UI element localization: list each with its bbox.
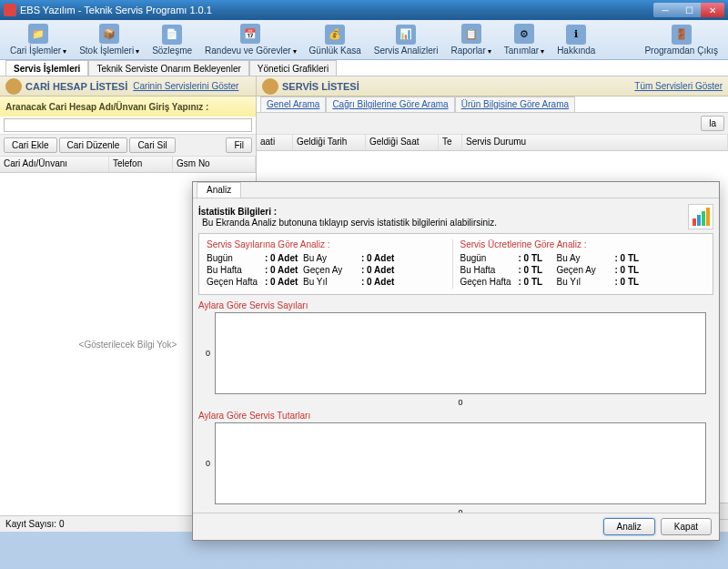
users-icon <box>5 78 22 95</box>
chart1-area <box>215 312 706 394</box>
chart2-y-axis: 0 <box>206 459 210 468</box>
subtab-cagri-bilgileri[interactable]: Cağrı Bilgilerine Göre Arama <box>326 97 454 112</box>
window-title: EBS Yazılım - Teknik Servis Programı 1.0… <box>20 5 212 15</box>
cari-edit-button[interactable]: Cari Düzenle <box>59 137 128 153</box>
chevron-down-icon: ▾ <box>63 47 66 56</box>
window-close-button[interactable]: ✕ <box>701 3 724 17</box>
content-area: CARİ HESAP LİSTESİ Carinin Servislerini … <box>0 76 728 532</box>
close-button[interactable]: Kapat <box>661 518 712 535</box>
app-icon <box>4 4 16 16</box>
chart2-area <box>215 422 706 504</box>
window-titlebar: EBS Yazılım - Teknik Servis Programı 1.0… <box>0 0 728 20</box>
col-aati[interactable]: aati <box>257 135 293 150</box>
show-all-services-link[interactable]: Tüm Servisleri Göster <box>634 81 723 91</box>
analyze-button[interactable]: Analiz <box>603 518 655 535</box>
col-gsm[interactable]: Gsm No <box>173 157 256 172</box>
modal-tab-analiz[interactable]: Analiz <box>197 182 241 198</box>
col-telefon[interactable]: Telefon <box>109 157 173 172</box>
calendar-icon: 📅 <box>240 24 260 44</box>
info-text: Bu Ekranda Analiz butonuna tıklayıp serv… <box>202 218 497 228</box>
servis-grid-header: aati Geldiği Tarih Geldiği Saat Te Servi… <box>257 135 728 151</box>
folder-icon: 📁 <box>28 24 48 44</box>
window-maximize-button[interactable]: ☐ <box>677 3 701 17</box>
chevron-down-icon: ▾ <box>293 47 297 56</box>
info-icon: ℹ <box>566 25 586 45</box>
analiz-modal: Analiz İstatistik Bilgileri : Bu Ekranda… <box>192 181 720 541</box>
chart1-x-axis: 0 <box>215 398 706 407</box>
col-geldigi-tarih[interactable]: Geldiği Tarih <box>293 135 366 150</box>
users-icon <box>262 78 278 95</box>
cash-icon: 💰 <box>325 25 345 45</box>
cari-search-input[interactable] <box>4 118 252 132</box>
cari-add-button[interactable]: Cari Ekle <box>4 137 57 153</box>
chart1-y-axis: 0 <box>206 349 210 358</box>
chart-icon: 📊 <box>396 25 416 45</box>
right-panel-title: SERVİS LİSTESİ <box>282 81 359 92</box>
ribbon-stok-islemleri[interactable]: 📦 Stok İşlemleri▾ <box>73 21 146 58</box>
search-label-bar: Aranacak Cari Hesap Adı/Ünvanı Giriş Yap… <box>0 97 256 117</box>
chevron-down-icon: ▾ <box>136 47 139 56</box>
cari-grid-header: Cari Adı/Ünvanı Telefon Gsm No <box>0 157 256 173</box>
ribbon-hakkinda[interactable]: ℹ Hakkında <box>551 22 602 58</box>
stats-chart-icon <box>688 204 713 229</box>
ribbon-cari-islemler[interactable]: 📁 Cari İşlemler▾ <box>4 21 73 58</box>
col-geldigi-saat[interactable]: Geldiği Saat <box>366 135 439 150</box>
document-icon: 📄 <box>162 25 182 45</box>
tab-teknik-serviste[interactable]: Teknik Serviste Onarım Bekleyenler <box>88 60 248 76</box>
tab-yonetici-grafikleri[interactable]: Yönetici Grafikleri <box>249 60 337 76</box>
ribbon-randevu[interactable]: 📅 Randevu ve Görevler▾ <box>198 21 303 58</box>
show-cari-services-link[interactable]: Carinin Servislerini Göster <box>133 81 238 91</box>
ribbon-tanimlar[interactable]: ⚙ Tanımlar▾ <box>498 21 551 58</box>
col-servis-durumu[interactable]: Servis Durumu <box>462 135 728 150</box>
subtab-genel-arama[interactable]: Genel Arama <box>260 97 326 112</box>
left-panel-title: CARİ HESAP LİSTESİ <box>25 81 127 92</box>
cari-filter-button[interactable]: Fil <box>226 137 252 153</box>
main-tabs: Servis İşlemleri Teknik Serviste Onarım … <box>0 60 728 76</box>
box-icon: 📦 <box>99 24 119 44</box>
chart1-title: Aylara Göre Servis Sayıları <box>198 300 713 310</box>
tab-servis-islemleri[interactable]: Servis İşlemleri <box>5 60 88 76</box>
ribbon-toolbar: 📁 Cari İşlemler▾ 📦 Stok İşlemleri▾ 📄 Söz… <box>0 20 728 60</box>
chart2-title: Aylara Göre Servis Tutarları <box>198 411 713 421</box>
stats-box: Servis Sayılarına Göre Analiz : Bugün: 0… <box>198 233 713 295</box>
ribbon-sozlesme[interactable]: 📄 Sözleşme <box>146 22 198 58</box>
subtab-urun-bilgisi[interactable]: Ürün Bilgisine Göre Arama <box>455 97 575 112</box>
report-icon: 📋 <box>461 24 481 44</box>
info-label: İstatistik Bilgileri : <box>198 207 277 217</box>
no-data-label: <Gösterilecek Bilgi Yok> <box>79 340 177 350</box>
exit-icon: 🚪 <box>672 25 692 45</box>
counts-title: Servis Sayılarına Göre Analiz : <box>207 239 452 249</box>
ribbon-gunluk-kasa[interactable]: 💰 Günlük Kasa <box>303 22 368 58</box>
cari-delete-button[interactable]: Cari Sil <box>129 137 175 153</box>
ribbon-raporlar[interactable]: 📋 Raporlar▾ <box>444 21 497 58</box>
ribbon-servis-analizleri[interactable]: 📊 Servis Analizleri <box>368 22 445 58</box>
fees-title: Servis Ücretlerine Göre Analiz : <box>460 239 706 249</box>
chevron-down-icon: ▾ <box>488 47 491 56</box>
col-cari-adi[interactable]: Cari Adı/Ünvanı <box>0 157 109 172</box>
col-te[interactable]: Te <box>439 135 462 150</box>
ribbon-exit[interactable]: 🚪 Programdan Çıkış <box>638 22 724 58</box>
settings-icon: ⚙ <box>514 24 534 44</box>
chevron-down-icon: ▾ <box>541 47 544 56</box>
window-minimize-button[interactable]: ─ <box>653 3 677 17</box>
right-toolbar-button[interactable]: la <box>701 116 724 131</box>
